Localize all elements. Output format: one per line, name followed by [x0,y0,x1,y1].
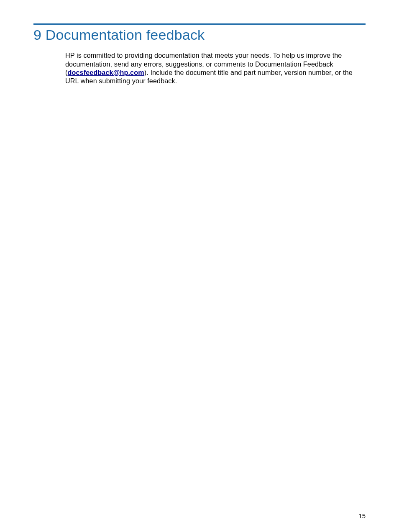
page-content: 9 Documentation feedback HP is committed… [0,0,399,85]
page-number: 15 [358,512,366,519]
chapter-heading: 9 Documentation feedback [33,27,366,43]
chapter-number: 9 [33,27,41,43]
title-rule [33,23,366,25]
feedback-email-link[interactable]: docsfeedback@hp.com [68,69,144,76]
body-paragraph: HP is committed to providing documentati… [65,51,366,85]
chapter-title: Documentation feedback [46,27,205,43]
